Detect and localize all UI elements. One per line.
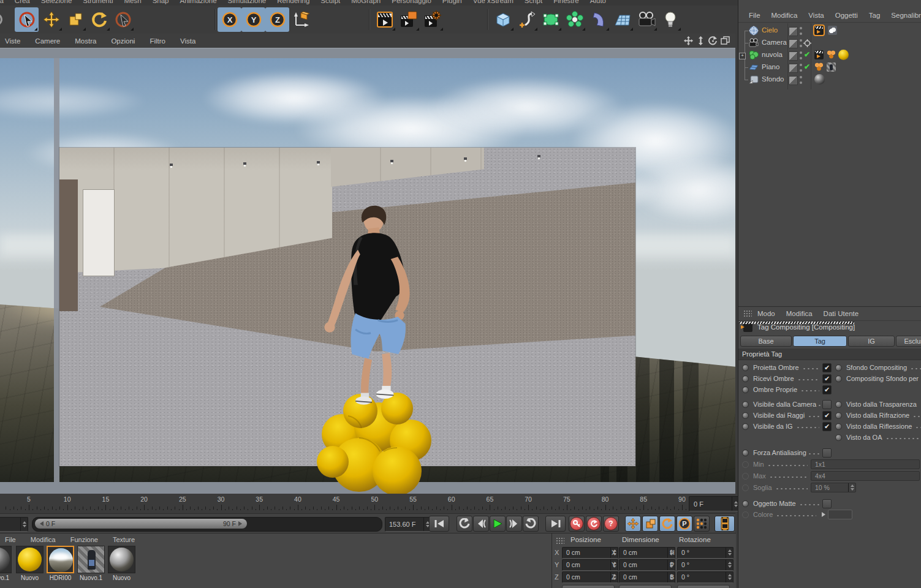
om-menu-oggetti[interactable]: Oggetti (830, 12, 863, 19)
apply-button-cut[interactable] (677, 585, 730, 588)
animation-dot-icon[interactable] (742, 375, 749, 382)
menu-aiuto[interactable]: Aiuto (585, 0, 612, 6)
tab-tag[interactable]: Tag (793, 336, 847, 347)
yellow-material-tag-icon[interactable] (838, 50, 849, 60)
add-floor-icon[interactable] (610, 7, 634, 32)
animation-dot-icon[interactable] (742, 364, 749, 371)
checkbox[interactable] (822, 374, 832, 383)
visibility-dots-icon[interactable] (800, 51, 802, 59)
key-parameter-button[interactable]: P (677, 516, 692, 532)
key-rotation-button[interactable] (659, 516, 675, 532)
menu-personaggio[interactable]: Personaggio (386, 0, 437, 6)
live-selection-icon[interactable] (15, 7, 39, 32)
next-frame-button[interactable] (506, 516, 522, 532)
menu-modifica[interactable]: Modifica (0, 0, 9, 6)
scale-icon[interactable] (63, 7, 87, 32)
visibility-dots-icon[interactable] (800, 39, 802, 47)
animation-dot-icon[interactable] (835, 375, 842, 382)
start-frame-field[interactable]: 0 F (0, 517, 28, 532)
mat-menu-funzione[interactable]: Funzione (63, 535, 105, 545)
menu-finestre[interactable]: Finestre (548, 0, 585, 6)
stepper-icon[interactable] (726, 572, 733, 582)
rot-b-field[interactable]: 0 ° (677, 571, 733, 583)
menu-plugin[interactable]: Plugin (437, 0, 468, 6)
viewport[interactable] (0, 48, 735, 494)
render-picture-viewer-icon[interactable] (396, 7, 420, 32)
animation-dot-icon[interactable] (835, 423, 842, 430)
am-menu-modo[interactable]: Modo (752, 310, 781, 317)
checkbox[interactable] (822, 499, 832, 508)
timeline-ruler[interactable]: 51015202530354045505560657075808590 (0, 494, 735, 514)
lock-y-icon[interactable]: Y (241, 7, 265, 32)
current-frame-field[interactable]: 0 F (689, 496, 740, 511)
animation-dot-icon[interactable] (742, 423, 749, 430)
tab-ig[interactable]: IG (848, 336, 895, 347)
checkbox[interactable] (822, 363, 832, 372)
object-name[interactable]: Sfondo (762, 75, 784, 83)
stepper-icon[interactable] (726, 560, 733, 570)
expand-arrow-icon[interactable] (822, 512, 825, 517)
add-deformer-icon[interactable] (586, 7, 610, 32)
object-name[interactable]: nuvola (762, 51, 783, 58)
mat-menu-texture[interactable]: Texture (105, 535, 142, 545)
dark-material-tag-icon[interactable] (814, 74, 825, 85)
material-thumbnail[interactable] (108, 546, 135, 573)
tab-esclusione[interactable]: Esclusione (896, 336, 921, 347)
add-spline-icon[interactable] (515, 7, 539, 32)
add-subdivision-surface-icon[interactable] (539, 7, 563, 32)
camera-active-toggle-icon[interactable] (803, 39, 811, 47)
size-y-field[interactable]: 0 cm (619, 559, 675, 571)
add-camera-icon[interactable] (634, 7, 658, 32)
compositing-tag-icon[interactable] (814, 26, 824, 35)
sky-material-tag-icon[interactable] (828, 26, 837, 35)
coordinate-system-icon[interactable] (289, 7, 313, 32)
previous-frame-button[interactable] (473, 516, 489, 532)
menu-snap[interactable]: Snap (147, 0, 175, 6)
apply-button-cut[interactable] (619, 585, 672, 588)
checkbox[interactable] (822, 411, 832, 420)
material-item[interactable]: Nuovo.1 (77, 546, 105, 581)
mat-menu-modifica[interactable]: Modifica (23, 535, 63, 545)
menu-vue-xstream[interactable]: Vue xStream (468, 0, 519, 6)
enabled-check-icon[interactable]: ✔ (804, 62, 810, 71)
layer-box-icon[interactable] (789, 39, 798, 48)
last-tool-icon[interactable] (111, 7, 135, 32)
add-mograph-icon[interactable] (563, 7, 586, 32)
start-frame-stepper[interactable] (20, 518, 28, 531)
object-row-cielo[interactable]: Cielo (738, 24, 921, 37)
enabled-check-icon[interactable]: ✔ (804, 50, 810, 59)
menu-script[interactable]: Script (519, 0, 548, 6)
viewport-rotate-icon[interactable] (708, 36, 718, 46)
checkbox[interactable] (822, 448, 832, 458)
menu-rendering[interactable]: Rendering (271, 0, 315, 6)
am-menu-dati-utente[interactable]: Dati Utente (818, 310, 865, 317)
goto-end-button[interactable] (545, 516, 566, 532)
lock-x-icon[interactable]: X (218, 7, 241, 32)
phong-tag-icon[interactable] (814, 62, 824, 72)
render-view-icon[interactable] (373, 7, 396, 32)
menu-mesh[interactable]: Mesh (119, 0, 147, 6)
preview-range-track[interactable]: 0 F 90 F (32, 517, 382, 532)
om-menu-vista[interactable]: Vista (803, 12, 829, 19)
material-thumbnail[interactable] (16, 546, 44, 573)
visibility-dots-icon[interactable] (800, 76, 802, 84)
layer-box-icon[interactable] (789, 76, 798, 85)
material-thumbnail[interactable] (0, 546, 12, 573)
lock-z-icon[interactable]: Z (265, 7, 289, 32)
key-pla-button[interactable] (694, 516, 710, 532)
man-figure[interactable] (287, 203, 428, 414)
object-name[interactable]: Camera (762, 39, 787, 46)
menu-selezione[interactable]: Selezione (36, 0, 78, 6)
visibility-dots-icon[interactable] (800, 64, 802, 72)
checkbox[interactable] (822, 400, 832, 409)
vp-menu-filtro[interactable]: Filtro (142, 37, 173, 45)
goto-start-button[interactable] (429, 516, 449, 532)
am-menu-modifica[interactable]: Modifica (781, 310, 818, 317)
layer-box-icon[interactable] (789, 51, 798, 61)
vp-menu-vista[interactable]: Vista (173, 37, 203, 45)
previous-key-button[interactable] (457, 516, 472, 532)
play-button[interactable] (490, 516, 506, 532)
animation-dot-icon[interactable] (742, 500, 749, 507)
add-cube-icon[interactable] (491, 7, 515, 32)
checkbox[interactable] (822, 385, 832, 394)
